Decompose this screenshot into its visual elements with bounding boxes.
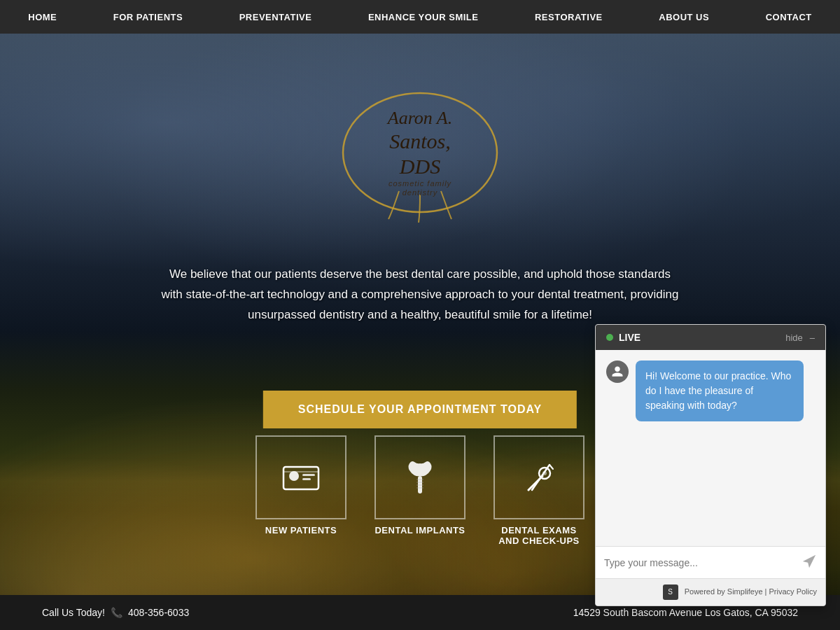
hero-section: Aaron A. Santos, DDS cosmetic family den… <box>0 34 840 630</box>
powered-by-text: Powered by Simplifeye | Privacy Policy <box>685 587 817 596</box>
nav-preventative[interactable]: PREVENTATIVE <box>232 12 319 22</box>
hero-tagline-container: We believe that our patients deserve the… <box>158 265 682 326</box>
hero-tagline: We believe that our patients deserve the… <box>158 265 682 326</box>
dental-implants-box[interactable] <box>374 435 465 519</box>
chat-message-row: Hi! Welcome to our practice. Who do I ha… <box>606 360 815 421</box>
dental-implants-label: DENTAL IMPLANTS <box>374 525 465 536</box>
service-new-patients[interactable]: NEW PATIENTS <box>248 435 354 546</box>
live-label: LIVE <box>619 332 640 343</box>
chat-input[interactable] <box>604 557 802 568</box>
cta-button[interactable]: SCHEDULE YOUR APPOINTMENT TODAY <box>263 391 577 428</box>
service-icons: NEW PATIENTS DENTAL IMPLANTS <box>175 435 665 546</box>
chat-widget: LIVE hide – Hi! Welcome to our practice.… <box>595 324 826 606</box>
send-icon <box>802 554 817 569</box>
new-patients-label: NEW PATIENTS <box>255 525 346 536</box>
nav-contact[interactable]: CONTACT <box>759 12 819 22</box>
nav-restorative[interactable]: RESTORATIVE <box>528 12 610 22</box>
id-card-icon <box>280 456 322 498</box>
svg-line-15 <box>550 465 553 469</box>
chat-send-button[interactable] <box>802 554 817 571</box>
chat-avatar <box>606 360 629 383</box>
navigation: HOME FOR PATIENTS PREVENTATIVE ENHANCE Y… <box>0 0 840 34</box>
live-indicator <box>606 334 613 341</box>
new-patients-box[interactable] <box>255 435 346 519</box>
nav-home[interactable]: HOME <box>21 12 64 22</box>
logo-subtitle: cosmetic family dentistry <box>374 179 465 197</box>
logo-tooth-shape: Aaron A. Santos, DDS cosmetic family den… <box>329 83 511 223</box>
logo-container: Aaron A. Santos, DDS cosmetic family den… <box>322 76 518 230</box>
svg-point-2 <box>289 471 299 481</box>
phone-icon: 📞 <box>111 607 122 618</box>
nav-about[interactable]: ABOUT US <box>652 12 716 22</box>
chat-footer: S Powered by Simplifeye | Privacy Policy <box>596 578 825 606</box>
chat-message: Hi! Welcome to our practice. Who do I ha… <box>636 360 804 421</box>
svg-rect-4 <box>302 474 315 476</box>
nav-for-patients[interactable]: FOR PATIENTS <box>106 12 190 22</box>
nav-enhance[interactable]: ENHANCE YOUR SMILE <box>361 12 486 22</box>
chat-controls: hide – <box>785 332 815 343</box>
implant-icon <box>399 456 441 498</box>
chat-input-row <box>596 546 825 578</box>
chat-body: Hi! Welcome to our practice. Who do I ha… <box>596 350 825 546</box>
dental-exams-label: DENTAL EXAMS AND CHECK-UPS <box>490 525 588 546</box>
logo-text: Aaron A. Santos, DDS cosmetic family den… <box>374 107 465 198</box>
service-dental-implants[interactable]: DENTAL IMPLANTS <box>368 435 472 546</box>
user-icon <box>611 365 624 378</box>
logo-dds: Santos, DDS <box>374 129 465 179</box>
simplifeye-logo: S <box>663 584 678 600</box>
chat-header: LIVE hide – <box>596 325 825 350</box>
dental-exams-box[interactable] <box>493 435 584 519</box>
chat-live-status: LIVE <box>606 332 640 343</box>
phone-number[interactable]: 408-356-6033 <box>128 607 189 618</box>
svg-rect-5 <box>302 478 311 480</box>
footer-phone-section: Call Us Today! 📞 408-356-6033 <box>42 607 189 618</box>
service-dental-exams[interactable]: DENTAL EXAMS AND CHECK-UPS <box>486 435 592 546</box>
footer-cta-text: Call Us Today! <box>42 607 105 618</box>
svg-rect-1 <box>284 467 318 489</box>
chat-hide-button[interactable]: hide <box>785 332 803 343</box>
chat-minimize-button[interactable]: – <box>810 332 815 343</box>
dental-tools-icon <box>518 456 560 498</box>
logo-name: Aaron A. <box>374 107 465 129</box>
footer-address: 14529 South Bascom Avenue Los Gatos, CA … <box>573 607 798 618</box>
